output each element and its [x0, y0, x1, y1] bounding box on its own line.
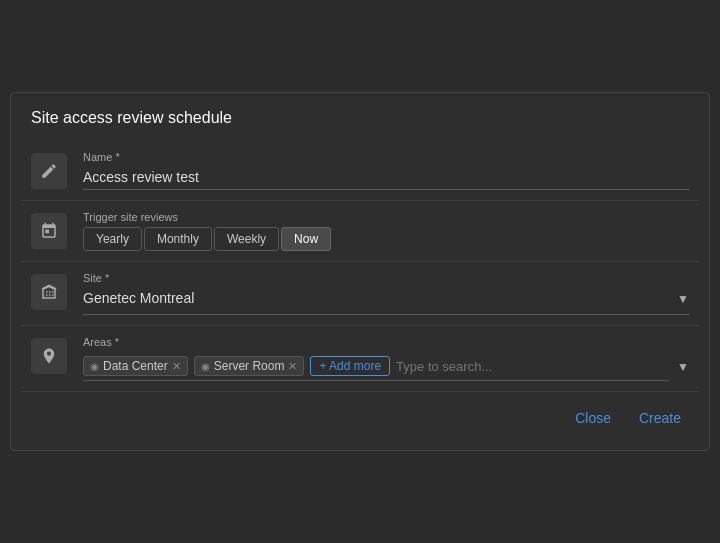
- trigger-field-content: Trigger site reviews Yearly Monthly Week…: [83, 211, 689, 251]
- dialog: Site access review schedule Name * Tr: [10, 92, 710, 451]
- area-tag-data-center: ◉ Data Center ✕: [83, 356, 188, 376]
- areas-search-input[interactable]: [396, 359, 669, 374]
- area-tag-data-center-remove[interactable]: ✕: [172, 361, 181, 372]
- trigger-btn-weekly[interactable]: Weekly: [214, 227, 279, 251]
- dialog-title: Site access review schedule: [11, 93, 709, 141]
- site-dropdown-arrow[interactable]: ▼: [677, 292, 689, 306]
- site-label: Site *: [83, 272, 689, 284]
- trigger-buttons: Yearly Monthly Weekly Now: [83, 227, 689, 251]
- location-icon-container: [31, 338, 67, 374]
- name-row: Name *: [21, 141, 699, 201]
- areas-row: Areas * ◉ Data Center ✕ ◉ Server Room ✕: [21, 326, 699, 392]
- areas-label: Areas *: [83, 336, 689, 348]
- trigger-row: Trigger site reviews Yearly Monthly Week…: [21, 201, 699, 262]
- name-label: Name *: [83, 151, 689, 163]
- area-tag-server-room-label: Server Room: [214, 359, 285, 373]
- areas-container: ◉ Data Center ✕ ◉ Server Room ✕ + Add mo…: [83, 352, 669, 381]
- area-tag-server-room-remove[interactable]: ✕: [288, 361, 297, 372]
- add-more-button[interactable]: + Add more: [310, 356, 390, 376]
- building-icon-container: [31, 274, 67, 310]
- site-field-inner: Genetec Montreal ▼: [83, 288, 689, 315]
- area-tag-data-center-label: Data Center: [103, 359, 168, 373]
- edit-icon-container: [31, 153, 67, 189]
- areas-dropdown-arrow[interactable]: ▼: [677, 360, 689, 374]
- area-tag-server-room: ◉ Server Room ✕: [194, 356, 305, 376]
- area-tag-data-center-icon: ◉: [90, 361, 99, 372]
- calendar-icon-container: [31, 213, 67, 249]
- site-value: Genetec Montreal: [83, 288, 194, 310]
- form-rows: Name * Trigger site reviews Yearly Month…: [11, 141, 709, 392]
- name-input[interactable]: [83, 167, 689, 190]
- building-icon: [40, 283, 58, 301]
- name-field-content: Name *: [83, 151, 689, 190]
- areas-row-inner: ◉ Data Center ✕ ◉ Server Room ✕ + Add mo…: [83, 352, 689, 381]
- site-row: Site * Genetec Montreal ▼: [21, 262, 699, 326]
- create-button[interactable]: Create: [631, 406, 689, 430]
- edit-icon: [40, 162, 58, 180]
- trigger-btn-yearly[interactable]: Yearly: [83, 227, 142, 251]
- trigger-btn-now[interactable]: Now: [281, 227, 331, 251]
- trigger-btn-monthly[interactable]: Monthly: [144, 227, 212, 251]
- close-button[interactable]: Close: [567, 406, 619, 430]
- calendar-icon: [40, 222, 58, 240]
- trigger-label: Trigger site reviews: [83, 211, 689, 223]
- location-icon: [40, 347, 58, 365]
- site-field-content: Site * Genetec Montreal ▼: [83, 272, 689, 315]
- areas-field-content: Areas * ◉ Data Center ✕ ◉ Server Room ✕: [83, 336, 689, 381]
- area-tag-server-room-icon: ◉: [201, 361, 210, 372]
- dialog-footer: Close Create: [11, 392, 709, 430]
